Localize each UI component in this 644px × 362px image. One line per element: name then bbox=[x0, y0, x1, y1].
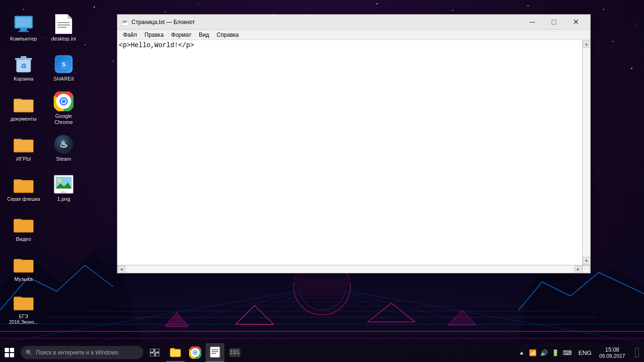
svg-rect-155 bbox=[231, 350, 232, 352]
documents-icon-label: документы bbox=[10, 116, 37, 122]
taskbar-language[interactable]: ENG bbox=[576, 349, 594, 356]
svg-rect-142 bbox=[156, 353, 159, 356]
notepad-text-content[interactable]: <p>Hello,World!</p> bbox=[117, 40, 582, 265]
start-button[interactable] bbox=[0, 343, 19, 362]
taskbar: 🔍 Поиск в интернете и в Windows bbox=[0, 343, 644, 362]
tray-expand-button[interactable]: ▲ bbox=[517, 350, 526, 355]
svg-rect-159 bbox=[233, 353, 236, 354]
games-folder-icon bbox=[14, 134, 33, 154]
desktop-icon-music[interactable]: Музыка bbox=[5, 250, 42, 288]
notepad-window: Страница.txt — Блокнот ─ □ ✕ Файл Правка… bbox=[117, 14, 591, 273]
svg-marker-73 bbox=[236, 305, 273, 324]
taskbar-search[interactable]: 🔍 Поиск в интернете и в Windows bbox=[21, 346, 143, 359]
svg-line-68 bbox=[322, 287, 385, 343]
svg-line-63 bbox=[165, 287, 322, 343]
desktop-icon-documents[interactable]: документы bbox=[5, 90, 42, 127]
desktop-icon-desktopini[interactable]: desktop.ini bbox=[45, 9, 83, 47]
horizontal-scrollbar[interactable]: ◄ ► bbox=[117, 265, 590, 273]
svg-point-10 bbox=[377, 3, 378, 4]
desktop-icon-greyflash[interactable]: Серая флешка bbox=[5, 170, 42, 207]
hscroll-track[interactable] bbox=[125, 265, 574, 273]
shareit-app-icon: S bbox=[54, 54, 74, 74]
desktop-icon-recycle[interactable]: ♻ Корзина bbox=[5, 49, 42, 87]
svg-rect-94 bbox=[21, 56, 26, 58]
scroll-down-arrow[interactable]: ▼ bbox=[583, 257, 591, 265]
svg-rect-109 bbox=[14, 220, 33, 232]
win-square-4 bbox=[10, 353, 14, 357]
svg-line-66 bbox=[322, 287, 427, 343]
menu-help[interactable]: Справка bbox=[213, 31, 242, 39]
desktop-icon-image[interactable]: PNG 1.png bbox=[45, 170, 83, 207]
clock-date-display: 09.09.2017 bbox=[599, 353, 625, 359]
win-square-2 bbox=[10, 348, 14, 352]
menu-file[interactable]: Файл bbox=[119, 31, 141, 39]
show-desktop-button[interactable] bbox=[630, 343, 644, 362]
tray-battery-icon[interactable]: 🔋 bbox=[551, 348, 560, 357]
tray-network-icon[interactable]: 📶 bbox=[528, 348, 537, 357]
svg-rect-158 bbox=[231, 353, 232, 354]
scroll-left-arrow[interactable]: ◄ bbox=[117, 265, 125, 273]
svg-rect-141 bbox=[150, 353, 155, 356]
svg-rect-157 bbox=[236, 350, 238, 352]
desktop-icon-ege[interactable]: ЕГЭ 2018,Эконо... bbox=[5, 290, 42, 328]
clock-time-display: 15:08 bbox=[605, 346, 619, 353]
task-view-button[interactable] bbox=[145, 343, 164, 362]
taskbar-notepad-icon[interactable] bbox=[206, 343, 224, 362]
win-square-3 bbox=[5, 353, 9, 357]
greyflash-folder-icon bbox=[14, 175, 33, 195]
taskbar-explorer-icon[interactable] bbox=[166, 343, 185, 362]
desktopini-icon-label: desktop.ini bbox=[51, 36, 76, 42]
titlebar-buttons: ─ □ ✕ bbox=[521, 15, 586, 30]
desktop: Компьютер ♻ Корзина bbox=[0, 0, 644, 362]
steam-app-icon: ♨ bbox=[54, 134, 74, 154]
taskbar-keyboard-icon[interactable] bbox=[225, 343, 244, 362]
svg-line-61 bbox=[94, 287, 322, 343]
menu-format[interactable]: Формат bbox=[167, 31, 195, 39]
svg-marker-74 bbox=[368, 303, 415, 322]
svg-line-67 bbox=[259, 287, 322, 343]
taskbar-system-tray: ▲ 📶 🔊 🔋 ⌨ ENG 15:08 09.09.2017 bbox=[514, 343, 644, 362]
shareit-icon-label: SHAREit bbox=[53, 76, 74, 82]
notepad-window-icon bbox=[121, 18, 129, 26]
taskbar-running-apps bbox=[166, 343, 244, 362]
svg-marker-48 bbox=[519, 263, 644, 343]
desktop-icon-computer[interactable]: Компьютер bbox=[5, 9, 42, 47]
desktop-icon-video[interactable]: Видео bbox=[5, 210, 42, 247]
maximize-button[interactable]: □ bbox=[543, 15, 565, 30]
tray-keyboard-icon[interactable]: ⌨ bbox=[562, 348, 573, 357]
scroll-up-arrow[interactable]: ▲ bbox=[583, 40, 591, 48]
svg-rect-139 bbox=[150, 349, 154, 352]
menu-view[interactable]: Вид bbox=[195, 31, 213, 39]
svg-rect-99 bbox=[15, 101, 33, 111]
tray-volume-icon[interactable]: 🔊 bbox=[539, 348, 549, 357]
desktop-icon-chrome[interactable]: Google Chrome bbox=[45, 90, 83, 127]
minimize-button[interactable]: ─ bbox=[521, 15, 543, 30]
desktop-icon-steam[interactable]: ♨ Steam bbox=[45, 130, 83, 167]
svg-text:♻: ♻ bbox=[21, 62, 27, 70]
svg-point-149 bbox=[194, 352, 196, 354]
image-file-icon: PNG bbox=[54, 174, 74, 194]
svg-rect-90 bbox=[20, 28, 27, 31]
close-button[interactable]: ✕ bbox=[565, 15, 586, 30]
ege-folder-icon bbox=[14, 292, 33, 312]
tray-icon-area: ▲ 📶 🔊 🔋 ⌨ bbox=[514, 348, 576, 357]
svg-rect-106 bbox=[14, 180, 33, 192]
desktop-icon-games[interactable]: ИГРЫ bbox=[5, 130, 42, 167]
recycle-icon: ♻ bbox=[14, 54, 33, 74]
vscroll-track[interactable] bbox=[583, 48, 590, 257]
taskbar-clock[interactable]: 15:08 09.09.2017 bbox=[594, 343, 630, 362]
menu-edit[interactable]: Правка bbox=[141, 31, 168, 39]
taskbar-chrome-icon[interactable] bbox=[186, 343, 205, 362]
svg-point-8 bbox=[306, 8, 306, 8]
scroll-right-arrow[interactable]: ► bbox=[574, 265, 582, 273]
desktop-icon-shareit[interactable]: S SHAREit bbox=[45, 49, 83, 87]
svg-point-14 bbox=[528, 5, 528, 6]
ege-icon-label: ЕГЭ 2018,Эконо... bbox=[7, 314, 41, 325]
desktop-icon-area: Компьютер ♻ Корзина bbox=[0, 5, 108, 343]
vertical-scrollbar[interactable]: ▲ ▼ bbox=[582, 40, 590, 265]
windows-icon bbox=[5, 348, 14, 357]
svg-rect-103 bbox=[15, 141, 33, 151]
video-folder-icon bbox=[14, 214, 33, 234]
svg-point-31 bbox=[612, 41, 613, 42]
svg-rect-150 bbox=[210, 347, 220, 357]
